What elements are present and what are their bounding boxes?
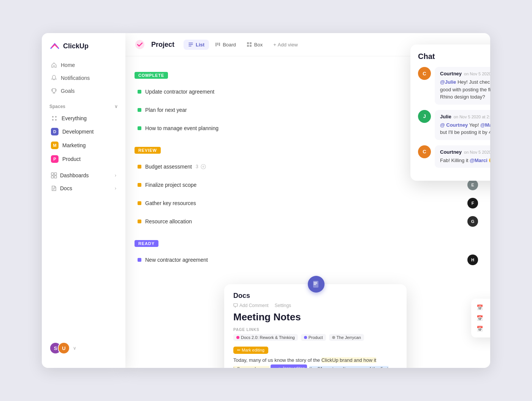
page-link-chip-2[interactable]: Product bbox=[301, 334, 326, 341]
svg-rect-5 bbox=[54, 173, 57, 175]
chat-sender-2: Julie bbox=[440, 114, 451, 119]
task-dot bbox=[138, 201, 141, 205]
svg-point-0 bbox=[52, 116, 54, 118]
add-view-button[interactable]: + Add view bbox=[269, 40, 302, 50]
box-tab-label: Box bbox=[254, 42, 263, 48]
calendar-icon-2: 📅 bbox=[477, 315, 483, 321]
docs-panel-title: Docs bbox=[233, 292, 397, 300]
comment-icon bbox=[233, 303, 238, 308]
table-row[interactable]: Gather key resources F bbox=[135, 194, 481, 212]
sidebar-item-everything[interactable]: Everything bbox=[46, 112, 121, 124]
docs-btn-icon bbox=[312, 280, 320, 288]
chat-panel: # Chat C Courtney on Nov 5 2020 at 1:50 … bbox=[410, 45, 490, 181]
svg-rect-9 bbox=[215, 43, 217, 46]
task-name: Resource allocation bbox=[145, 218, 192, 224]
add-view-label: Add view bbox=[278, 42, 298, 48]
user-avatars[interactable]: S U bbox=[49, 342, 70, 354]
subtask-icon bbox=[201, 164, 206, 169]
table-row[interactable]: Resource allocation G bbox=[135, 212, 481, 231]
tab-board[interactable]: Board bbox=[211, 40, 241, 50]
chat-text-2: @ Courtney Yep! @Marci jumped in to help… bbox=[440, 121, 490, 136]
svg-point-3 bbox=[55, 119, 57, 121]
page-link-dot-3 bbox=[332, 336, 335, 339]
chat-title: Chat bbox=[418, 52, 490, 61]
chat-avatar-1: C bbox=[418, 67, 431, 80]
user-dropdown-icon[interactable]: ∨ bbox=[73, 345, 76, 351]
logo[interactable]: ClickUp bbox=[42, 41, 125, 59]
chat-text-1: @Julie Hey! Just checking if you're stil… bbox=[440, 78, 490, 101]
main-content: Project List Board bbox=[125, 33, 490, 368]
svg-rect-15 bbox=[250, 45, 252, 47]
sidebar-item-home[interactable]: Home bbox=[46, 59, 121, 71]
everything-icon bbox=[51, 115, 58, 122]
sidebar-item-goals[interactable]: Goals bbox=[46, 85, 121, 97]
sidebar: ClickUp Home Notifications bbox=[42, 33, 125, 368]
svg-point-2 bbox=[52, 119, 54, 121]
pencil-icon-sm bbox=[273, 367, 277, 368]
box-tab-icon bbox=[247, 42, 252, 47]
task-name: How to manage event planning bbox=[145, 125, 218, 131]
svg-rect-7 bbox=[54, 176, 57, 178]
calendar-icon-1: 📅 bbox=[477, 304, 483, 310]
task-avatar: E bbox=[467, 180, 478, 190]
calendar-icon-3: 📅 bbox=[477, 326, 483, 332]
svg-point-1 bbox=[55, 116, 57, 118]
marketing-label: Marketing bbox=[62, 142, 86, 148]
task-dot bbox=[138, 183, 141, 187]
bell-icon bbox=[51, 75, 57, 81]
chat-time-1: on Nov 5 2020 at 1:50 pm bbox=[464, 72, 490, 76]
svg-rect-4 bbox=[51, 173, 54, 175]
page-link-dot-2 bbox=[304, 336, 307, 339]
tab-box[interactable]: Box bbox=[242, 40, 267, 50]
development-dot: D bbox=[51, 128, 59, 135]
task-name: Update contractor agreement bbox=[145, 89, 214, 95]
home-icon bbox=[51, 62, 57, 68]
meeting-title: Meeting Notes bbox=[233, 311, 397, 323]
complete-badge: COMPLETE bbox=[135, 72, 168, 79]
task-dot bbox=[138, 165, 141, 169]
task-dot bbox=[138, 258, 141, 262]
page-link-chip-1[interactable]: Docs 2.0: Rework & Thinking bbox=[233, 334, 298, 341]
dashboards-chevron-icon: › bbox=[115, 173, 116, 178]
svg-rect-10 bbox=[217, 43, 218, 45]
table-row[interactable]: New contractor agreement H bbox=[135, 251, 481, 269]
page-links: Docs 2.0: Rework & Thinking Product The … bbox=[233, 334, 397, 341]
mark-editing-button[interactable]: ✏ Mark editing bbox=[233, 347, 268, 354]
settings-link[interactable]: Settings bbox=[275, 303, 291, 308]
spaces-chevron-icon[interactable]: ∨ bbox=[114, 104, 118, 109]
task-name: Plan for next year bbox=[145, 107, 187, 113]
docs-icon-button[interactable] bbox=[308, 276, 325, 293]
chat-sender-3: Courtney bbox=[440, 149, 462, 155]
add-comment-link[interactable]: Add Comment bbox=[233, 303, 269, 308]
dashboards-icon bbox=[51, 172, 57, 178]
ready-section: READY New contractor agreement H bbox=[135, 240, 481, 269]
svg-rect-11 bbox=[219, 43, 220, 46]
docs-icon bbox=[51, 185, 57, 191]
goals-label: Goals bbox=[61, 88, 75, 94]
chat-bubble-2: Julie on Nov 5 2020 at 2:50 pm @ Courtne… bbox=[435, 110, 490, 140]
page-link-dot-1 bbox=[236, 336, 239, 339]
sidebar-item-marketing[interactable]: M Marketing bbox=[46, 139, 121, 152]
chat-time-2: on Nov 5 2020 at 2:50 pm bbox=[454, 115, 490, 119]
chat-bubble-1: Courtney on Nov 5 2020 at 1:50 pm @Julie… bbox=[435, 67, 490, 105]
planning-panel: 📅 PLANNING 🚩 📅 EXECUTION 🚩 📅 EXECUTION 🚩 bbox=[471, 299, 490, 337]
chat-text-3: Fab! Killing it @Marci 😄 bbox=[440, 157, 490, 164]
sidebar-item-docs[interactable]: Docs › bbox=[46, 182, 121, 194]
tab-list[interactable]: List bbox=[184, 40, 209, 50]
task-avatar: G bbox=[467, 216, 478, 227]
task-dot bbox=[138, 220, 141, 223]
notifications-label: Notifications bbox=[61, 75, 90, 81]
sidebar-item-dashboards[interactable]: Dashboards › bbox=[46, 169, 121, 181]
task-name: Budget assessment bbox=[145, 164, 192, 170]
chat-bubble-3: Courtney on Nov 5 2020 at 3:15 pm Fab! K… bbox=[435, 145, 490, 168]
sidebar-item-development[interactable]: D Development bbox=[46, 125, 121, 138]
sidebar-item-notifications[interactable]: Notifications bbox=[46, 72, 121, 84]
ready-badge: READY bbox=[135, 240, 158, 247]
sidebar-footer: S U ∨ bbox=[42, 336, 125, 360]
sidebar-item-product[interactable]: P Product bbox=[46, 153, 121, 165]
page-link-chip-3[interactable]: The Jerrycan bbox=[329, 334, 364, 341]
task-dot bbox=[138, 90, 141, 94]
planning-row-3: 📅 EXECUTION 🚩 bbox=[477, 325, 490, 332]
spaces-section: Spaces ∨ bbox=[42, 98, 125, 112]
sidebar-sections: Dashboards › Docs › bbox=[42, 169, 125, 195]
